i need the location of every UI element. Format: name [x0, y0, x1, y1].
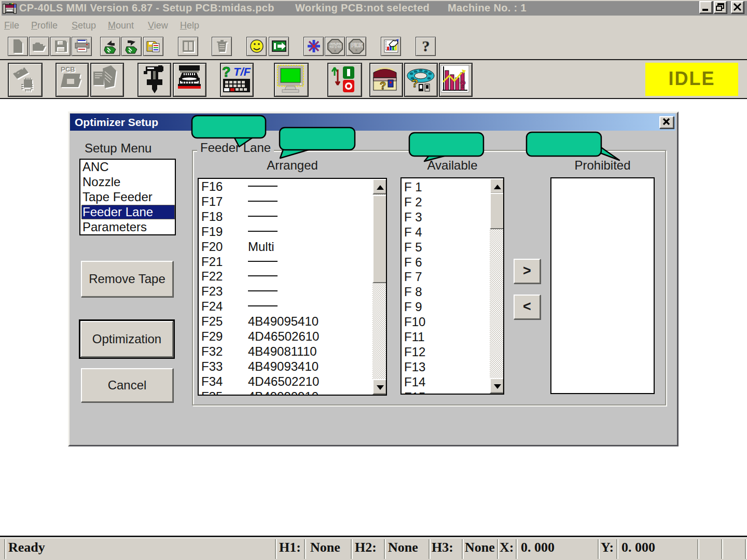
- svg-text:x: x: [334, 48, 337, 53]
- svg-text:x: x: [355, 48, 358, 52]
- svg-text:T/F: T/F: [233, 65, 251, 78]
- svg-text:?: ?: [411, 77, 418, 90]
- svg-text:?: ?: [460, 79, 466, 90]
- svg-text:PCB: PCB: [61, 65, 75, 73]
- svg-text:?: ?: [222, 64, 231, 80]
- svg-text:?: ?: [422, 38, 430, 54]
- svg-text:?: ?: [380, 80, 386, 91]
